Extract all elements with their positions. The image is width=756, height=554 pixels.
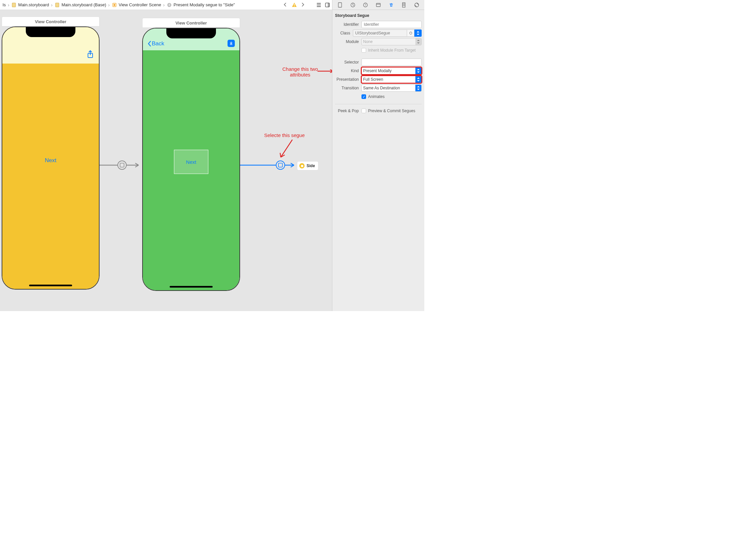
svg-rect-5 (168, 4, 170, 6)
select-value: Full Screen (363, 77, 383, 82)
module-select[interactable]: None (362, 38, 422, 45)
breadcrumb-item[interactable]: ls (2, 2, 6, 7)
svg-text:?: ? (365, 3, 366, 7)
inherit-module-checkbox[interactable] (362, 48, 366, 53)
annotation-text: Change this two attributes (282, 66, 318, 77)
storyboard-reference-icon (299, 163, 305, 168)
class-dropdown-arrow[interactable] (407, 30, 415, 37)
checkbox-label: Preview & Commit Segues (368, 109, 416, 113)
segue-connector[interactable] (100, 160, 142, 170)
storyboard-file-icon (11, 2, 16, 8)
home-indicator (170, 286, 213, 288)
chevron-right-icon: › (51, 2, 53, 8)
svg-point-12 (118, 161, 126, 169)
arrow-icon (277, 139, 297, 162)
svg-rect-18 (278, 163, 282, 167)
svg-line-21 (281, 140, 292, 157)
next-button[interactable]: Next (45, 157, 57, 164)
history-forward-button[interactable] (300, 2, 306, 8)
breadcrumb-label: ls (3, 2, 6, 7)
breadcrumb-label: View Controller Scene (119, 2, 161, 7)
breadcrumb-item[interactable]: View Controller Scene (111, 2, 162, 8)
breadcrumb: ls › Main.storyboard › Main.storyboard (… (0, 0, 332, 10)
field-label: Class (335, 31, 353, 36)
field-label: Transition (335, 86, 362, 90)
download-icon[interactable] (228, 40, 235, 47)
svg-rect-23 (338, 3, 341, 7)
transition-select[interactable]: Same As Destination (362, 85, 422, 92)
history-inspector-tab[interactable] (349, 1, 357, 9)
size-inspector-tab[interactable] (400, 1, 407, 9)
svg-point-17 (276, 161, 285, 169)
field-label: Identifier (335, 22, 362, 27)
svg-rect-27 (376, 3, 380, 7)
breadcrumb-item[interactable]: Main.storyboard (Base) (54, 2, 107, 8)
svg-point-34 (410, 32, 412, 35)
scene-title-bar[interactable]: View Controller (2, 16, 100, 26)
history-back-button[interactable] (283, 2, 289, 8)
chevron-updown-icon (416, 76, 421, 83)
share-icon[interactable] (87, 50, 93, 60)
scene-reference-chip[interactable]: Side (297, 161, 318, 170)
connections-inspector-tab[interactable] (413, 1, 420, 9)
arrow-icon (317, 69, 332, 73)
class-stepper[interactable] (415, 30, 422, 37)
segue-connector-selected[interactable] (240, 160, 296, 170)
field-label: Presentation (335, 77, 362, 82)
help-inspector-tab[interactable]: ? (362, 1, 369, 9)
svg-rect-0 (12, 3, 16, 7)
storyboard-canvas[interactable]: View Controller Next (0, 10, 332, 311)
outline-icon[interactable] (316, 2, 321, 8)
segue-icon (167, 2, 172, 8)
chevron-updown-icon (416, 38, 421, 45)
back-button[interactable]: Back (147, 40, 164, 47)
home-indicator (29, 285, 72, 286)
identity-inspector-tab[interactable] (375, 1, 382, 9)
scene-title: View Controller (35, 19, 66, 24)
device-notch (166, 29, 216, 38)
svg-point-33 (415, 3, 419, 7)
attributes-inspector-tab[interactable] (388, 1, 395, 9)
inspector-tab-bar: ? (332, 0, 424, 10)
peek-pop-checkbox[interactable] (362, 109, 366, 113)
inspector-section-title: Storyboard Segue (335, 12, 422, 20)
checkbox-label: Animates (368, 94, 385, 99)
chevron-right-icon: › (163, 2, 165, 8)
chevron-updown-icon (416, 67, 421, 74)
breadcrumb-label: Present Modally segue to "Side" (174, 2, 235, 7)
class-input[interactable] (353, 30, 407, 37)
next-button[interactable]: Next (174, 150, 208, 174)
chevron-right-icon: › (108, 2, 110, 8)
breadcrumb-label: Main.storyboard (18, 2, 49, 7)
selector-input[interactable] (362, 59, 422, 66)
scene-icon (112, 2, 117, 8)
identifier-input[interactable] (362, 21, 422, 28)
chip-label: Side (307, 164, 315, 168)
view-controller-scene[interactable]: View Controller Back (142, 18, 240, 291)
select-value: Present Modally (363, 68, 391, 73)
view-controller-scene[interactable]: View Controller Next (2, 16, 100, 290)
svg-rect-9 (328, 3, 329, 7)
chevron-left-icon (147, 41, 151, 47)
animates-checkbox[interactable]: ✓ (362, 94, 366, 99)
kind-select[interactable]: Present Modally (362, 67, 422, 74)
chevron-updown-icon (416, 85, 421, 91)
breadcrumb-item[interactable]: Main.storyboard (11, 2, 50, 8)
presentation-select[interactable]: Full Screen (362, 76, 422, 83)
svg-rect-1 (56, 3, 59, 7)
button-label: Next (186, 159, 196, 165)
scene-title-bar[interactable]: View Controller (142, 18, 240, 28)
field-label: Peek & Pop (335, 109, 362, 113)
file-inspector-tab[interactable] (336, 1, 343, 9)
field-label: Selector (335, 60, 362, 64)
svg-point-7 (294, 6, 295, 7)
storyboard-file-icon (55, 2, 60, 8)
svg-point-4 (168, 3, 171, 7)
scene-title: View Controller (175, 20, 207, 25)
annotation: Selecte this segue (263, 132, 306, 138)
warning-icon[interactable] (292, 2, 297, 8)
breadcrumb-item[interactable]: Present Modally segue to "Side" (166, 2, 236, 8)
adjust-editor-icon[interactable] (325, 2, 330, 8)
checkbox-label: Inherit Module From Target (368, 48, 416, 53)
svg-rect-13 (120, 163, 124, 167)
